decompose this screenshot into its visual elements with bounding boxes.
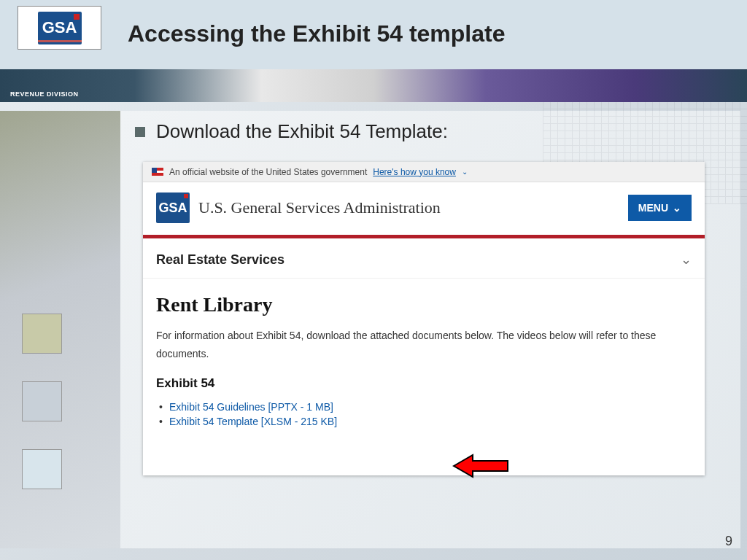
bullet-item: Download the Exhibit 54 Template: bbox=[135, 120, 448, 143]
chevron-down-icon: ⌄ bbox=[462, 168, 468, 176]
nav-thumbnail[interactable] bbox=[22, 314, 62, 354]
gov-banner-link[interactable]: Here's how you know bbox=[373, 167, 456, 177]
gsa-site-logo: GSA bbox=[156, 192, 190, 223]
site-name: U.S. General Services Administration bbox=[198, 198, 441, 217]
page-body: Rent Library For information about Exhib… bbox=[143, 279, 705, 436]
chevron-down-icon: ⌄ bbox=[681, 252, 692, 268]
gov-banner: An official website of the United States… bbox=[143, 162, 705, 182]
document-link-guidelines[interactable]: Exhibit 54 Guidelines [PPTX - 1 MB] bbox=[169, 401, 333, 413]
gov-banner-text: An official website of the United States… bbox=[169, 167, 367, 177]
slide: GSA Accessing the Exhibit 54 template RE… bbox=[0, 0, 747, 560]
page-description: For information about Exhibit 54, downlo… bbox=[156, 327, 692, 363]
list-item: Exhibit 54 Template [XLSM - 215 KB] bbox=[169, 414, 692, 429]
site-brand: GSA U.S. General Services Administration bbox=[156, 192, 441, 223]
page-number: 9 bbox=[725, 534, 732, 549]
list-item: Exhibit 54 Guidelines [PPTX - 1 MB] bbox=[169, 400, 692, 414]
page-title: Rent Library bbox=[156, 293, 692, 316]
section-header[interactable]: Real Estate Services ⌄ bbox=[143, 238, 705, 279]
slide-title: Accessing the Exhibit 54 template bbox=[128, 20, 506, 47]
red-arrow-callout bbox=[452, 454, 511, 478]
nav-thumbnail[interactable] bbox=[22, 449, 62, 489]
site-header: GSA U.S. General Services Administration… bbox=[143, 182, 705, 230]
document-link-template[interactable]: Exhibit 54 Template [XLSM - 215 KB] bbox=[169, 416, 337, 427]
section-title: Real Estate Services bbox=[156, 252, 285, 268]
chevron-down-icon: ⌄ bbox=[673, 202, 681, 214]
nav-thumbnail[interactable] bbox=[22, 381, 62, 421]
svg-marker-0 bbox=[454, 455, 508, 477]
nav-thumbnails bbox=[22, 314, 62, 517]
documents-list: Exhibit 54 Guidelines [PPTX - 1 MB] Exhi… bbox=[156, 400, 692, 429]
bullet-square-icon bbox=[135, 127, 145, 137]
documents-heading: Exhibit 54 bbox=[156, 376, 692, 391]
menu-label: MENU bbox=[638, 202, 668, 214]
embedded-screenshot: An official website of the United States… bbox=[143, 162, 705, 475]
revenue-division-label: REVENUE DIVISION bbox=[10, 90, 79, 98]
decorative-banner bbox=[0, 69, 747, 102]
gsa-logo-box: GSA bbox=[18, 6, 101, 50]
us-flag-icon bbox=[152, 168, 163, 176]
slide-header: GSA Accessing the Exhibit 54 template bbox=[0, 0, 747, 69]
bullet-text: Download the Exhibit 54 Template: bbox=[156, 120, 448, 143]
gsa-logo: GSA bbox=[38, 12, 82, 44]
menu-button[interactable]: MENU ⌄ bbox=[628, 195, 692, 221]
